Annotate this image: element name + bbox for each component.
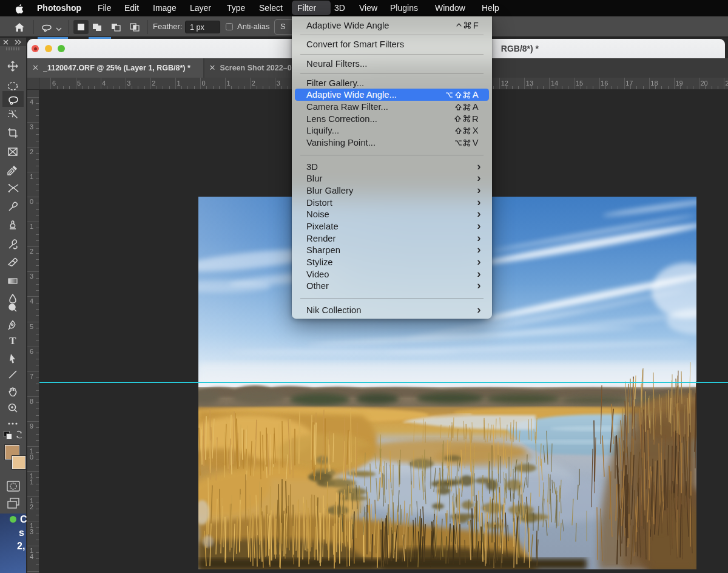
svg-text:T: T — [9, 335, 16, 347]
